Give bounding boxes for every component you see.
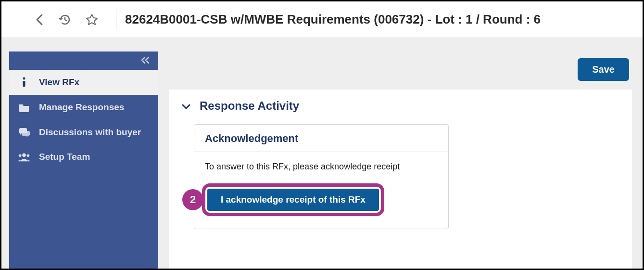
- save-button[interactable]: Save: [578, 58, 629, 81]
- annotation-highlight: 2 I acknowledge receipt of this RFx: [202, 183, 384, 216]
- acknowledgement-title: Acknowledgement: [194, 125, 448, 152]
- main-content: Save Response Activity Acknowledgement T…: [158, 51, 643, 269]
- sidebar-item-view-rfx[interactable]: View RFx: [9, 70, 158, 95]
- page-title: 82624B0001-CSB w/MWBE Requirements (0067…: [125, 12, 541, 27]
- sidebar-item-label: View RFx: [39, 77, 79, 88]
- action-bar: Save: [169, 55, 632, 90]
- acknowledgement-message: To answer to this RFx, please acknowledg…: [194, 152, 448, 172]
- sidebar-collapse-icon[interactable]: [140, 56, 151, 66]
- svg-point-3: [19, 154, 22, 157]
- header-icon-group: [11, 13, 113, 26]
- acknowledgement-card: Acknowledgement To answer to this RFx, p…: [194, 124, 449, 229]
- header-bar: 82624B0001-CSB w/MWBE Requirements (0067…: [1, 1, 643, 38]
- info-icon: [18, 77, 30, 88]
- favorite-star-icon[interactable]: [85, 13, 99, 26]
- sidebar: View RFx Manage Responses Discussions wi…: [9, 51, 158, 269]
- sidebar-item-setup-team[interactable]: Setup Team: [9, 144, 158, 169]
- acknowledge-receipt-button[interactable]: I acknowledge receipt of this RFx: [207, 189, 379, 211]
- sidebar-item-manage-responses[interactable]: Manage Responses: [9, 95, 158, 120]
- svg-point-2: [22, 154, 25, 157]
- svg-point-4: [27, 154, 30, 157]
- history-icon[interactable]: [58, 13, 72, 26]
- left-gutter: [1, 51, 9, 269]
- svg-point-0: [23, 77, 25, 79]
- chat-icon: [18, 127, 30, 137]
- panel-header: Response Activity: [181, 99, 619, 113]
- sidebar-item-label: Discussions with buyer: [39, 127, 141, 138]
- team-icon: [18, 152, 30, 162]
- panel-title: Response Activity: [200, 99, 299, 113]
- body-container: View RFx Manage Responses Discussions wi…: [1, 38, 643, 269]
- header-divider: [116, 9, 116, 30]
- sidebar-items: View RFx Manage Responses Discussions wi…: [9, 70, 158, 169]
- response-activity-panel: Response Activity Acknowledgement To ans…: [169, 90, 632, 269]
- folder-icon: [18, 103, 30, 112]
- annotation-step-badge: 2: [182, 189, 203, 210]
- back-icon[interactable]: [35, 13, 45, 26]
- svg-rect-1: [23, 81, 25, 87]
- chevron-down-icon[interactable]: [181, 99, 191, 113]
- sidebar-item-discussions[interactable]: Discussions with buyer: [9, 120, 158, 145]
- sidebar-item-label: Setup Team: [39, 151, 90, 163]
- sidebar-item-label: Manage Responses: [39, 102, 124, 113]
